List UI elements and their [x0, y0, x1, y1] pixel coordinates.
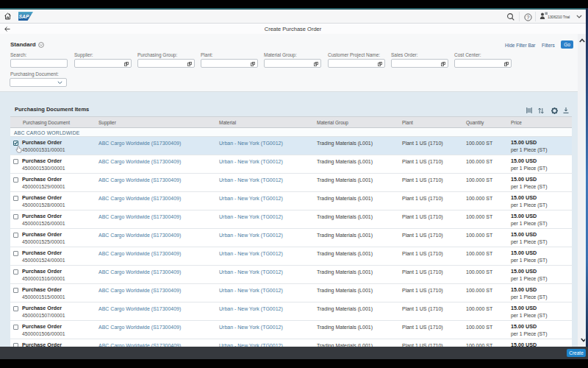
svg-text:?: ?: [527, 15, 530, 20]
svg-text:SAP: SAP: [19, 14, 29, 19]
